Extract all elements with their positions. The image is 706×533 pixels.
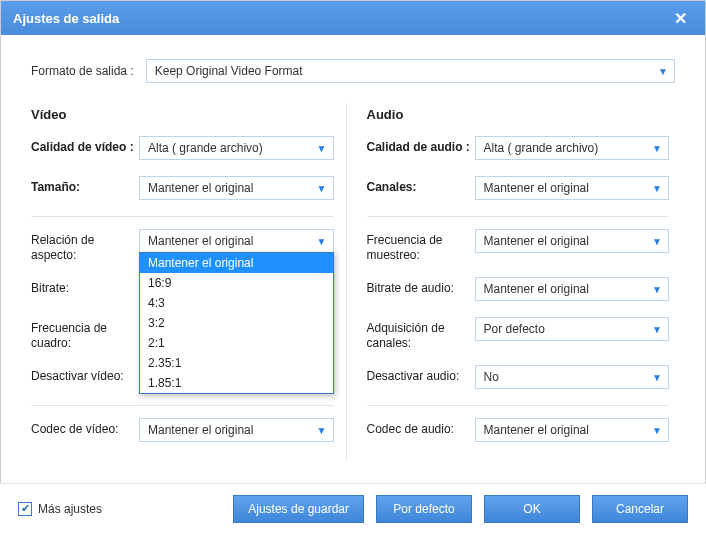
chevron-down-icon: ▼ <box>652 324 662 335</box>
video-codec-label: Codec de vídeo: <box>31 418 139 437</box>
video-heading: Vídeo <box>31 107 334 122</box>
chevron-down-icon: ▼ <box>317 183 327 194</box>
chevron-down-icon: ▼ <box>652 143 662 154</box>
chevron-down-icon: ▼ <box>652 236 662 247</box>
video-disable-label: Desactivar vídeo: <box>31 365 139 384</box>
aspect-option[interactable]: 2:1 <box>140 333 333 353</box>
output-format-select[interactable]: Keep Original Video Format ▼ <box>146 59 675 83</box>
aspect-option[interactable]: 16:9 <box>140 273 333 293</box>
more-settings-label: Más ajustes <box>38 502 102 516</box>
video-codec-select[interactable]: Mantener el original▼ <box>139 418 334 442</box>
video-size-label: Tamaño: <box>31 176 139 195</box>
video-quality-label: Calidad de vídeo : <box>31 136 139 155</box>
checkbox-icon: ✔ <box>18 502 32 516</box>
audio-acquire-label: Adquisición de canales: <box>367 317 475 351</box>
audio-quality-select[interactable]: Alta ( grande archivo)▼ <box>475 136 670 160</box>
chevron-down-icon: ▼ <box>317 143 327 154</box>
audio-heading: Audio <box>367 107 670 122</box>
video-size-select[interactable]: Mantener el original▼ <box>139 176 334 200</box>
output-format-value: Keep Original Video Format <box>155 64 303 78</box>
audio-samplerate-label: Frecuencia de muestreo: <box>367 229 475 263</box>
chevron-down-icon: ▼ <box>652 425 662 436</box>
audio-codec-label: Codec de audio: <box>367 418 475 437</box>
chevron-down-icon: ▼ <box>652 284 662 295</box>
aspect-option[interactable]: 1.85:1 <box>140 373 333 393</box>
more-settings-checkbox[interactable]: ✔ Más ajustes <box>18 502 102 516</box>
video-aspect-select[interactable]: Mantener el original▼ <box>139 229 334 253</box>
chevron-down-icon: ▼ <box>652 372 662 383</box>
audio-codec-select[interactable]: Mantener el original▼ <box>475 418 670 442</box>
titlebar: Ajustes de salida ✕ <box>1 1 705 35</box>
close-icon[interactable]: ✕ <box>668 7 693 30</box>
output-format-label: Formato de salida : <box>31 64 134 78</box>
audio-quality-label: Calidad de audio : <box>367 136 475 155</box>
audio-bitrate-select[interactable]: Mantener el original▼ <box>475 277 670 301</box>
video-column: Vídeo Calidad de vídeo : Alta ( grande a… <box>25 103 346 462</box>
aspect-option[interactable]: Mantener el original <box>140 253 333 273</box>
aspect-option[interactable]: 4:3 <box>140 293 333 313</box>
chevron-down-icon: ▼ <box>658 66 668 77</box>
audio-bitrate-label: Bitrate de audio: <box>367 277 475 296</box>
audio-channels-label: Canales: <box>367 176 475 195</box>
footer: ✔ Más ajustes Ajustes de guardar Por def… <box>0 483 706 533</box>
chevron-down-icon: ▼ <box>317 236 327 247</box>
aspect-option[interactable]: 3:2 <box>140 313 333 333</box>
video-aspect-dropdown[interactable]: Mantener el original 16:9 4:3 3:2 2:1 2.… <box>139 252 334 394</box>
audio-acquire-select[interactable]: Por defecto▼ <box>475 317 670 341</box>
audio-samplerate-select[interactable]: Mantener el original▼ <box>475 229 670 253</box>
save-settings-button[interactable]: Ajustes de guardar <box>233 495 364 523</box>
audio-disable-select[interactable]: No▼ <box>475 365 670 389</box>
chevron-down-icon: ▼ <box>317 425 327 436</box>
video-aspect-label: Relación de aspecto: <box>31 229 139 263</box>
video-bitrate-label: Bitrate: <box>31 277 139 296</box>
audio-channels-select[interactable]: Mantener el original▼ <box>475 176 670 200</box>
chevron-down-icon: ▼ <box>652 183 662 194</box>
ok-button[interactable]: OK <box>484 495 580 523</box>
audio-column: Audio Calidad de audio : Alta ( grande a… <box>346 103 682 462</box>
video-quality-select[interactable]: Alta ( grande archivo)▼ <box>139 136 334 160</box>
audio-disable-label: Desactivar audio: <box>367 365 475 384</box>
cancel-button[interactable]: Cancelar <box>592 495 688 523</box>
aspect-option[interactable]: 2.35:1 <box>140 353 333 373</box>
default-button[interactable]: Por defecto <box>376 495 472 523</box>
dialog-title: Ajustes de salida <box>13 11 668 26</box>
video-framerate-label: Frecuencia de cuadro: <box>31 317 139 351</box>
